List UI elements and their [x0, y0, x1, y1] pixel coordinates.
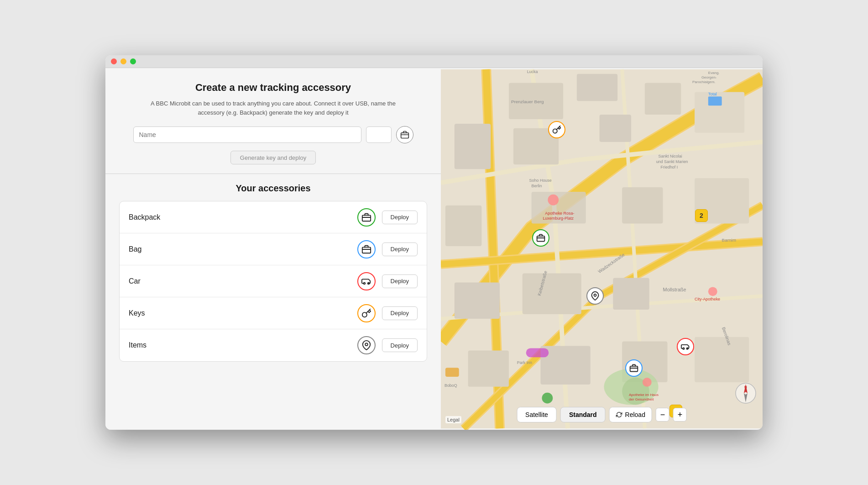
deploy-button-car[interactable]: Deploy [382, 274, 418, 288]
deploy-button-keys[interactable]: Deploy [382, 306, 418, 320]
create-title: Create a new tracking accessory [119, 82, 427, 94]
svg-text:Soho House: Soho House [529, 178, 552, 183]
create-description: A BBC Microbit can be used to track anyt… [141, 99, 406, 117]
compass: N [734, 382, 757, 405]
key-icon [552, 125, 561, 134]
svg-text:Park Inn: Park Inn [517, 360, 532, 365]
svg-point-56 [643, 378, 652, 387]
svg-point-39 [548, 195, 559, 206]
svg-text:Prenzlauer Berg: Prenzlauer Berg [511, 99, 544, 104]
accessories-section: Your accessories Backpack Deploy [105, 174, 441, 430]
svg-rect-16 [455, 124, 491, 169]
map-marker-items [586, 287, 604, 305]
svg-text:Total: Total [708, 92, 717, 96]
main-content: Create a new tracking accessory A BBC Mi… [105, 68, 763, 430]
map-svg: Prenzlauer Berg Sankt Nicolai und Sankt … [441, 68, 763, 430]
svg-rect-29 [695, 337, 749, 382]
standard-button[interactable]: Standard [560, 407, 606, 422]
satellite-button[interactable]: Satellite [517, 407, 557, 422]
accessories-list: Backpack Deploy Bag [119, 201, 427, 362]
compass-svg: N [734, 382, 757, 405]
svg-text:und Sankt Marien: und Sankt Marien [656, 159, 688, 164]
car-icon [681, 342, 690, 351]
zoom-in-button[interactable]: + [673, 408, 687, 422]
minimize-button[interactable] [120, 58, 126, 64]
svg-text:City-Apotheke: City-Apotheke [695, 297, 720, 301]
svg-text:der Gesundheit: der Gesundheit [629, 397, 654, 401]
svg-point-68 [594, 294, 596, 296]
accessory-name-keys: Keys [129, 309, 357, 317]
svg-rect-47 [708, 96, 722, 105]
accessory-icon-backpack [357, 208, 376, 227]
app-window: Create a new tracking accessory A BBC Mi… [105, 55, 763, 430]
svg-rect-24 [523, 274, 581, 314]
svg-text:Parochialgem.: Parochialgem. [692, 80, 716, 84]
svg-rect-66 [537, 236, 544, 242]
reload-label: Reload [625, 411, 645, 418]
titlebar [105, 55, 763, 68]
map-controls: Satellite Standard Reload − + [517, 407, 687, 422]
svg-rect-71 [630, 366, 638, 372]
map-marker-bag [625, 359, 643, 377]
deploy-button-bag[interactable]: Deploy [382, 242, 418, 256]
list-item: Bag Deploy [120, 233, 427, 265]
svg-rect-19 [445, 206, 481, 246]
map-marker-backpack [532, 229, 549, 247]
svg-rect-0 [401, 133, 408, 138]
list-item: Car Deploy [120, 265, 427, 297]
map-panel: Prenzlauer Berg Sankt Nicolai und Sankt … [441, 68, 763, 430]
svg-text:Lucka: Lucka [527, 69, 538, 74]
svg-text:Barnim: Barnim [722, 237, 736, 242]
svg-rect-25 [613, 278, 649, 310]
briefcase-icon [400, 130, 409, 139]
briefcase-icon [629, 364, 638, 373]
svg-text:Friedhof I: Friedhof I [661, 165, 678, 169]
svg-point-7 [363, 282, 365, 284]
svg-rect-3 [362, 215, 370, 221]
list-item: Keys Deploy [120, 297, 427, 329]
deploy-button-items[interactable]: Deploy [382, 338, 418, 352]
maximize-button[interactable] [130, 58, 136, 64]
zoom-out-button[interactable]: − [656, 408, 669, 422]
name-input[interactable] [133, 127, 361, 143]
briefcase-icon [361, 244, 371, 254]
accessory-name-backpack: Backpack [129, 213, 357, 221]
accessory-icon-car [357, 272, 376, 290]
accessory-name-bag: Bag [129, 245, 357, 253]
input-row [119, 126, 427, 143]
create-section: Create a new tracking accessory A BBC Mi… [105, 68, 441, 174]
svg-rect-18 [600, 115, 632, 142]
reload-button[interactable]: Reload [609, 407, 652, 422]
car-icon [361, 276, 371, 286]
svg-rect-13 [577, 74, 617, 101]
svg-rect-23 [455, 282, 500, 318]
briefcase-icon [536, 233, 545, 242]
map-marker-car [677, 338, 694, 355]
svg-text:Berlin: Berlin [532, 184, 542, 188]
key-icon [361, 308, 371, 318]
reload-icon [616, 411, 622, 418]
map-badge-2: 2 [695, 209, 708, 222]
list-item: Backpack Deploy [120, 201, 427, 233]
svg-text:Evang.: Evang. [708, 71, 720, 75]
svg-rect-21 [622, 187, 663, 223]
generate-deploy-button[interactable]: Generate key and deploy [230, 151, 316, 164]
color-picker-button[interactable] [366, 127, 392, 143]
accessory-icon-bag [357, 240, 376, 258]
pin-icon [591, 291, 600, 300]
svg-rect-14 [645, 83, 681, 115]
deploy-button-backpack[interactable]: Deploy [382, 211, 418, 224]
svg-text:Mollstraße: Mollstraße [663, 287, 686, 292]
svg-text:Luxemburg-Platz: Luxemburg-Platz [543, 216, 574, 221]
list-item: Items Deploy [120, 329, 427, 361]
icon-select-button[interactable] [396, 126, 413, 143]
pin-icon [361, 340, 371, 350]
svg-rect-49 [526, 348, 549, 357]
accessory-icon-items [357, 336, 376, 354]
svg-rect-5 [362, 247, 370, 253]
accessories-title: Your accessories [119, 183, 427, 194]
close-button[interactable] [111, 58, 117, 64]
svg-point-45 [708, 287, 717, 296]
svg-text:Apotheke Rosa-: Apotheke Rosa- [545, 211, 574, 216]
svg-text:Sankt Nicolai: Sankt Nicolai [659, 154, 682, 158]
